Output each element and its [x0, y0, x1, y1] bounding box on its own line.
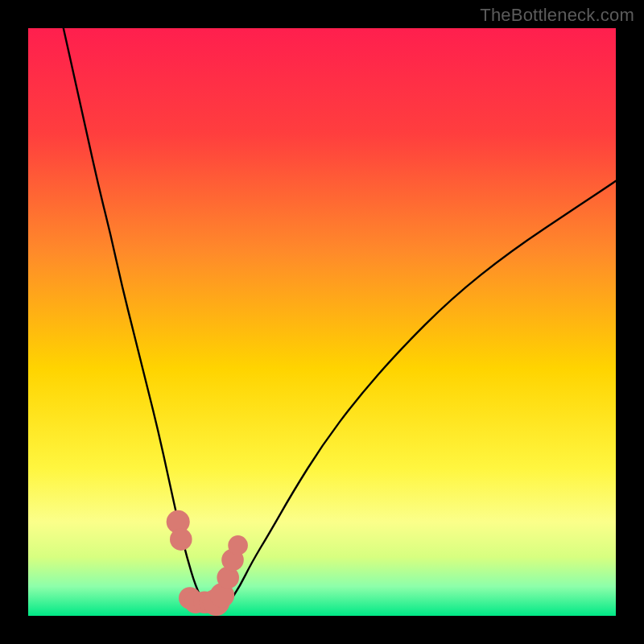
bottleneck-curve — [28, 28, 616, 616]
watermark-text: TheBottleneck.com — [480, 5, 634, 26]
curve-marker — [170, 528, 192, 551]
curve-marker — [228, 535, 248, 555]
plot-area — [28, 28, 616, 616]
chart-frame: TheBottleneck.com — [0, 0, 644, 644]
curve-markers — [167, 510, 248, 616]
